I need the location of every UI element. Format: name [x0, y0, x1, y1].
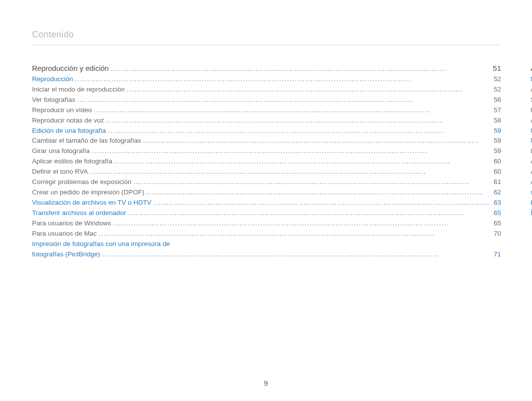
toc-leader-dots: [132, 177, 492, 187]
toc-entry-page: 65: [492, 208, 501, 218]
toc-entry: Reproducción y edición51: [32, 62, 501, 74]
toc-entry-page: 65: [492, 218, 501, 229]
toc-entry: Iniciar el modo de reproducción52: [32, 85, 501, 95]
toc-leader-dots: [90, 146, 492, 156]
toc-entry-label: Transferir archivos al ordenador: [32, 208, 126, 218]
toc-leader-dots: [106, 126, 492, 136]
toc-leader-dots: [88, 167, 492, 177]
toc-entry-page: 59: [492, 126, 501, 136]
toc-entry-label: Corregir problemas de exposición: [32, 177, 132, 187]
toc-entry[interactable]: Reproducción52: [32, 74, 501, 85]
page-number: 9: [0, 379, 532, 387]
toc-entry-label: Reproducción: [32, 74, 73, 85]
page-header: Contenido: [32, 30, 500, 45]
toc-leader-dots: [112, 156, 492, 167]
toc-leader-dots: [126, 208, 492, 218]
toc-entry-page: 62: [492, 187, 501, 198]
toc-entry-page: 59: [492, 136, 501, 146]
toc-leader-dots: [125, 85, 492, 95]
toc-entry: Para usuarios de Windows65: [32, 218, 501, 229]
toc-entry: Ver fotografías56: [32, 95, 501, 105]
toc-entry[interactable]: Transferir archivos al ordenador65: [32, 208, 501, 218]
toc-entry-label: Reproducir un vídeo: [32, 105, 92, 116]
toc-entry-page: 51: [491, 62, 501, 74]
toc-entry: Para usuarios de Mac70: [32, 229, 501, 239]
toc-entry-label: Definir el tono RVA: [32, 167, 88, 177]
toc-entry-label: Reproducción y edición: [32, 62, 109, 74]
toc-leader-dots: [152, 198, 492, 208]
toc-entry-label: Reproducir notas de voz: [32, 116, 104, 126]
toc-entry-page: 60: [492, 167, 501, 177]
toc-entry-label: Girar una fotografía: [32, 146, 90, 156]
toc-column-left: Reproducción y edición51Reproducción52In…: [32, 62, 501, 260]
toc-leader-dots: [141, 136, 492, 146]
toc-entry-label: Para usuarios de Windows: [32, 218, 111, 229]
toc-entry-page: 71: [492, 249, 501, 260]
toc-leader-dots: [109, 64, 491, 74]
toc-entry-page: 57: [492, 105, 501, 116]
toc-entry-label: Aplicar estilos de fotografía: [32, 156, 112, 167]
toc-entry-page: 61: [492, 177, 501, 187]
toc-entry-label: Edición de una fotografía: [32, 126, 106, 136]
toc-entry: Definir el tono RVA60: [32, 167, 501, 177]
toc-leader-dots: [111, 218, 492, 229]
toc-entry[interactable]: fotografías (PictBridge)71: [32, 249, 501, 260]
toc-entry-page: 59: [492, 146, 501, 156]
toc-leader-dots: [144, 187, 492, 198]
toc-entry-page: 63: [492, 198, 501, 208]
toc-entry[interactable]: Edición de una fotografía59: [32, 126, 501, 136]
toc-entry-page: 60: [492, 156, 501, 167]
toc-entry: Girar una fotografía59: [32, 146, 501, 156]
toc-entry: Crear un pedido de impresión (DPOF)62: [32, 187, 501, 198]
toc-entry: Reproducir notas de voz58: [32, 116, 501, 126]
toc-entry: Cambiar el tamaño de las fotografías59: [32, 136, 501, 146]
toc-leader-dots: [100, 249, 492, 260]
toc-entry[interactable]: Impresión de fotografías con una impreso…: [32, 239, 501, 249]
toc-entry-label: Ver fotografías: [32, 95, 75, 105]
toc-entry-label: fotografías (PictBridge): [32, 249, 100, 260]
toc-entry-page: 52: [492, 85, 501, 95]
toc-leader-dots: [97, 229, 492, 239]
toc-entry-page: 70: [492, 229, 501, 239]
toc-entry-page: 52: [492, 74, 501, 85]
toc-entry-page: 58: [492, 116, 501, 126]
toc-entry-label: Crear un pedido de impresión (DPOF): [32, 187, 144, 198]
toc-entry: Reproducir un vídeo57: [32, 105, 501, 116]
toc-entry-label: Cambiar el tamaño de las fotografías: [32, 136, 141, 146]
toc-entry: Corregir problemas de exposición61: [32, 177, 501, 187]
toc-leader-dots: [104, 116, 492, 126]
toc-entry: Aplicar estilos de fotografía60: [32, 156, 501, 167]
toc-entry-label: Para usuarios de Mac: [32, 229, 97, 239]
toc-columns: Reproducción y edición51Reproducción52In…: [32, 62, 500, 260]
toc-leader-dots: [73, 74, 492, 85]
toc-leader-dots: [92, 105, 492, 116]
toc-entry[interactable]: Visualización de archivos en TV o HDTV63: [32, 198, 501, 208]
toc-entry-label: Iniciar el modo de reproducción: [32, 85, 125, 95]
toc-entry-page: 56: [492, 95, 501, 105]
toc-leader-dots: [75, 95, 492, 105]
toc-entry-label: Visualización de archivos en TV o HDTV: [32, 198, 152, 208]
toc-entry-label: Impresión de fotografías con una impreso…: [32, 239, 170, 249]
